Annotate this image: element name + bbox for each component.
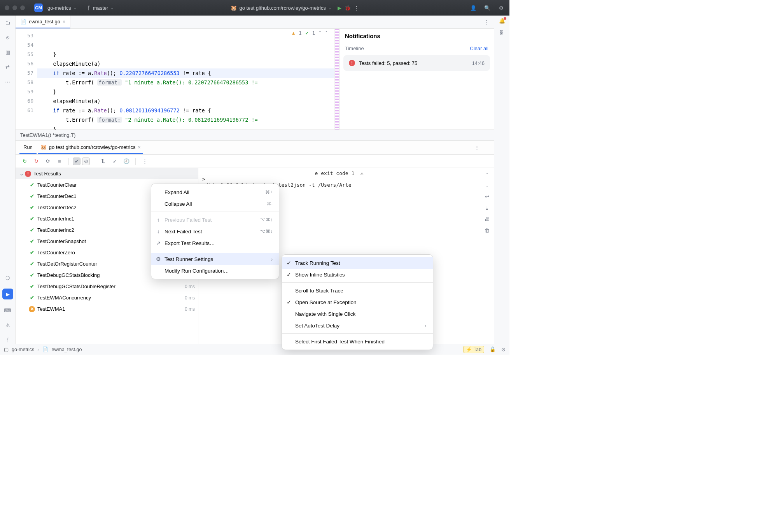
code-area[interactable]: ▲1 ✔1 ˄ ˅ } elapseMinute(a) if rate := a… bbox=[37, 29, 334, 130]
menu-test-runner-settings[interactable]: ⚙Test Runner Settings› bbox=[151, 253, 279, 265]
more-icon[interactable]: ⋮ bbox=[474, 145, 480, 150]
debug-icon[interactable]: 🐞 bbox=[345, 5, 351, 11]
soft-wrap-icon[interactable]: ↩ bbox=[485, 194, 489, 200]
terminal-tool-icon[interactable]: ⌨ bbox=[4, 306, 12, 314]
run-config-selector[interactable]: 🐹 go test github.com/rcrowley/go-metrics… bbox=[228, 4, 334, 12]
show-ignored-toggle[interactable]: ⊘ bbox=[82, 158, 90, 165]
test-row[interactable]: ✕TestEWMA10 ms bbox=[16, 303, 198, 315]
warning-icon: ▲ bbox=[292, 30, 295, 36]
more-icon[interactable]: ⋮ bbox=[354, 5, 359, 11]
test-name: TestCounterZero bbox=[37, 250, 75, 256]
tab-filename: ewma_test.go bbox=[29, 19, 60, 24]
run-icon[interactable]: ▶ bbox=[338, 5, 341, 11]
run-tab[interactable]: Run bbox=[19, 141, 37, 154]
vcs-tool-icon[interactable]: ⇄ bbox=[4, 63, 12, 71]
down-icon[interactable]: ↓ bbox=[486, 182, 488, 188]
error-stripe[interactable] bbox=[334, 29, 339, 130]
account-icon[interactable]: 👤 bbox=[470, 5, 477, 11]
completion-hint[interactable]: ⚡Tab bbox=[463, 346, 484, 353]
notifications-icon[interactable]: 🔔 bbox=[499, 18, 505, 24]
structure-tool-icon[interactable]: ▥ bbox=[4, 48, 12, 56]
more-icon[interactable]: ⋮ bbox=[140, 158, 150, 164]
test-duration: 0 ms bbox=[185, 284, 195, 289]
menu-collapse-all[interactable]: Collapse All⌘- bbox=[151, 198, 279, 210]
run-config-tab[interactable]: 🐹 go test github.com/rcrowley/go-metrics… bbox=[38, 141, 143, 154]
history-icon[interactable]: 🕘 bbox=[121, 158, 131, 164]
menu-autotest-delay[interactable]: Set AutoTest Delay› bbox=[282, 320, 433, 331]
close-icon[interactable]: × bbox=[63, 19, 65, 24]
chevron-down-icon[interactable]: ˅ bbox=[325, 30, 327, 36]
pass-icon: ✔ bbox=[30, 250, 34, 256]
inspect-icon[interactable]: ⊙ bbox=[501, 346, 506, 352]
branch-icon: ᚶ bbox=[88, 5, 91, 11]
inspection-badges[interactable]: ▲1 ✔1 ˄ ˅ bbox=[292, 30, 327, 36]
context-submenu: ✓Track Running Test ✓Show Inline Statist… bbox=[282, 254, 433, 350]
editor-tab[interactable]: 📄 ewma_test.go × bbox=[16, 16, 70, 28]
services-tool-icon[interactable]: ⬡ bbox=[4, 274, 12, 282]
test-row[interactable]: ✔TestDebugGCStatsDoubleRegister0 ms bbox=[16, 281, 198, 292]
zoom-window[interactable] bbox=[20, 5, 25, 10]
menu-next-failed[interactable]: ↓Next Failed Test⌥⌘↓ bbox=[151, 226, 279, 237]
hide-icon[interactable]: — bbox=[485, 145, 490, 150]
import-icon[interactable]: ⤢ bbox=[110, 158, 120, 164]
editor[interactable]: 535455565758596061 ▲1 ✔1 ˄ ˅ } elapseMin… bbox=[16, 29, 339, 130]
project-badge: GM bbox=[34, 4, 43, 12]
breadcrumb-root[interactable]: go-metrics bbox=[12, 347, 34, 352]
fail-icon: ✕ bbox=[29, 306, 35, 312]
test-root[interactable]: ⌄ ! Test Results bbox=[16, 168, 198, 179]
run-tool-icon[interactable]: ▶ bbox=[2, 289, 13, 299]
menu-inline-stats[interactable]: ✓Show Inline Statistics bbox=[282, 269, 433, 280]
up-icon[interactable]: ↑ bbox=[486, 171, 488, 177]
menu-select-first-failed[interactable]: Select First Failed Test When Finished bbox=[282, 336, 433, 347]
database-icon[interactable]: 🗄 bbox=[499, 30, 504, 36]
git-tool-icon[interactable]: ᚶ bbox=[4, 336, 12, 344]
show-passed-toggle[interactable]: ✔ bbox=[73, 158, 80, 165]
window-controls[interactable] bbox=[5, 5, 25, 10]
test-name: TestCounterDec2 bbox=[37, 205, 76, 210]
menu-nav-single-click[interactable]: Navigate with Single Click bbox=[282, 308, 433, 320]
stop-icon[interactable]: ■ bbox=[54, 158, 65, 164]
more-tool-icon[interactable]: ⋯ bbox=[4, 78, 12, 86]
chevron-down-icon[interactable]: ⌄ bbox=[19, 171, 25, 177]
tab-options-icon[interactable]: ⋮ bbox=[480, 16, 494, 28]
close-icon[interactable]: × bbox=[138, 145, 140, 150]
breadcrumb-file[interactable]: ewma_test.go bbox=[52, 347, 82, 352]
commit-tool-icon[interactable]: ⎋ bbox=[4, 33, 12, 41]
run-config-tab-label: go test github.com/rcrowley/go-metrics bbox=[49, 144, 136, 150]
menu-modify-run-config[interactable]: Modify Run Configuration… bbox=[151, 265, 279, 276]
scroll-end-icon[interactable]: ⤓ bbox=[485, 205, 489, 211]
run-config-label: go test github.com/rcrowley/go-metrics bbox=[239, 5, 326, 11]
menu-track-running[interactable]: ✓Track Running Test bbox=[282, 257, 433, 269]
lock-icon[interactable]: 🔓 bbox=[490, 346, 496, 352]
menu-open-source[interactable]: ✓Open Source at Exception bbox=[282, 296, 433, 308]
notification-card[interactable]: ! Tests failed: 5, passed: 75 14:46 bbox=[343, 55, 490, 71]
console-toolbar: ↑ ↓ ↩ ⤓ 🖶 🗑 bbox=[480, 168, 494, 344]
arrow-up-icon: ↑ bbox=[155, 217, 161, 223]
menu-prev-failed: ↑Previous Failed Test⌥⌘↑ bbox=[151, 214, 279, 226]
chevron-right-icon: › bbox=[425, 323, 427, 329]
notifications-clear-all[interactable]: Clear all bbox=[470, 46, 488, 51]
test-row[interactable]: ✔TestEWMAConcurrency0 ms bbox=[16, 292, 198, 303]
menu-expand-all[interactable]: Expand All⌘+ bbox=[151, 186, 279, 198]
print-icon[interactable]: 🖶 bbox=[485, 216, 490, 222]
toggle-auto-icon[interactable]: ⟳ bbox=[43, 158, 53, 164]
notifications-timeline-label: Timeline bbox=[345, 46, 364, 51]
project-selector[interactable]: GM go-metrics ⌄ bbox=[31, 2, 80, 14]
check-icon: ✓ bbox=[287, 299, 291, 305]
close-window[interactable] bbox=[5, 5, 9, 10]
menu-export-results[interactable]: ↗Export Test Results… bbox=[151, 237, 279, 249]
project-tool-icon[interactable]: 🗀 bbox=[4, 19, 12, 26]
minimize-window[interactable] bbox=[12, 5, 17, 10]
rerun-failed-icon[interactable]: ↻ bbox=[31, 158, 41, 164]
gear-icon[interactable]: ⚙ bbox=[498, 5, 505, 11]
problems-tool-icon[interactable]: ⚠ bbox=[4, 321, 12, 329]
menu-scroll-stack[interactable]: Scroll to Stack Trace bbox=[282, 285, 433, 296]
search-icon[interactable]: 🔍 bbox=[484, 5, 491, 11]
trash-icon[interactable]: 🗑 bbox=[485, 228, 490, 233]
chevron-up-icon[interactable]: ˄ bbox=[319, 30, 321, 36]
branch-selector[interactable]: ᚶ master ⌄ bbox=[84, 4, 117, 12]
rerun-icon[interactable]: ↻ bbox=[19, 158, 30, 164]
sort-icon[interactable]: ⇅ bbox=[98, 158, 108, 164]
right-tool-rail: 🔔 🗄 bbox=[494, 16, 509, 344]
function-breadcrumb[interactable]: TestEWMA1(t *testing.T) bbox=[16, 130, 494, 141]
